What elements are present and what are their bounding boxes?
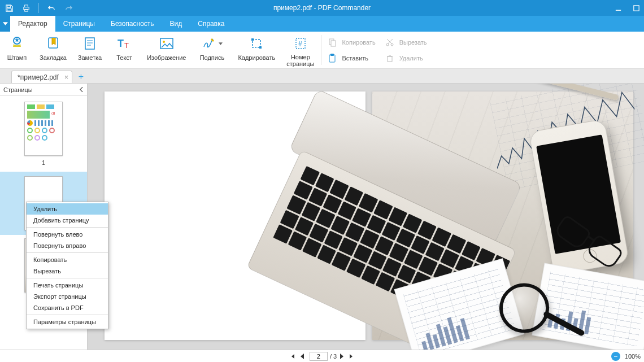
- svg-rect-1: [7, 8, 11, 11]
- document-tab-label: *пример2.pdf: [18, 73, 59, 81]
- ctx-page-settings[interactable]: Параметры страницы: [27, 316, 108, 328]
- save-icon[interactable]: [5, 3, 14, 12]
- maximize-icon[interactable]: [632, 3, 641, 12]
- tool-crop-label: Кадрировать: [238, 54, 275, 61]
- edit-copy[interactable]: Копировать: [327, 36, 375, 49]
- tool-signature[interactable]: Подпись: [192, 32, 232, 68]
- svg-rect-17: [253, 40, 260, 47]
- ctx-save-pdf[interactable]: Сохранить в PDF: [27, 302, 108, 313]
- title-bar: пример2.pdf - PDF Commander: [0, 0, 644, 16]
- bookmark-icon: [46, 35, 60, 52]
- menu-security[interactable]: Безопасность: [103, 16, 162, 32]
- tool-pagenumber[interactable]: # Номер страницы: [281, 32, 320, 68]
- ctx-cut[interactable]: Вырезать: [27, 265, 108, 277]
- tool-bookmark[interactable]: Закладка: [34, 32, 72, 68]
- tool-signature-label: Подпись: [200, 54, 225, 61]
- menu-bar: Редактор Страницы Безопасность Вид Справ…: [0, 16, 644, 32]
- svg-point-27: [391, 43, 393, 46]
- menu-help[interactable]: Справка: [190, 16, 232, 32]
- page-view-photo[interactable]: [372, 91, 633, 340]
- menu-view[interactable]: Вид: [162, 16, 190, 32]
- svg-text:#: #: [298, 40, 302, 48]
- tool-pagenumber-label: Номер страницы: [286, 54, 314, 67]
- page-total: / 3: [330, 353, 337, 360]
- zoom-level: 100%: [625, 353, 641, 360]
- ctx-print-page[interactable]: Печать страницы: [27, 280, 108, 291]
- context-menu: Удалить Добавить страницу Повернуть влев…: [26, 202, 108, 329]
- document-tabs: *пример2.pdf × +: [0, 69, 644, 84]
- svg-rect-0: [7, 5, 10, 7]
- print-icon[interactable]: [21, 3, 31, 12]
- cut-icon: [385, 37, 395, 47]
- pagenumber-icon: #: [294, 35, 307, 51]
- ctx-rotate-right[interactable]: Повернуть вправо: [27, 240, 108, 251]
- tool-note[interactable]: Заметка: [72, 32, 107, 68]
- svg-text:T: T: [118, 38, 124, 49]
- app-menu-dropdown[interactable]: [0, 16, 10, 32]
- page-number-input[interactable]: [310, 352, 328, 361]
- svg-rect-19: [259, 46, 262, 49]
- tool-image[interactable]: Изображение: [141, 32, 192, 68]
- edit-delete[interactable]: Удалить: [385, 51, 427, 65]
- close-tab-icon[interactable]: ×: [64, 73, 69, 81]
- ctx-delete[interactable]: Удалить: [27, 203, 108, 215]
- tool-stamp-label: Штамп: [7, 54, 27, 61]
- svg-point-16: [163, 41, 165, 43]
- svg-rect-3: [24, 5, 28, 7]
- delete-icon: [385, 53, 395, 63]
- tool-stamp[interactable]: Штамп: [0, 32, 34, 68]
- window-title: пример2.pdf - PDF Commander: [0, 4, 644, 12]
- svg-rect-6: [633, 5, 638, 10]
- tool-text[interactable]: TT Текст: [107, 32, 141, 68]
- tool-crop[interactable]: Кадрировать: [232, 32, 281, 68]
- collapse-sidebar-icon[interactable]: [80, 86, 84, 93]
- page-canvas[interactable]: [88, 84, 644, 350]
- page-thumbnail[interactable]: dl 1: [0, 102, 87, 166]
- tool-note-label: Заметка: [78, 54, 102, 61]
- svg-point-26: [386, 43, 389, 46]
- signature-icon: [202, 35, 223, 52]
- svg-rect-23: [331, 41, 336, 46]
- menu-pages[interactable]: Страницы: [55, 16, 103, 32]
- document-tab[interactable]: *пример2.pdf ×: [11, 71, 72, 83]
- paste-icon: [327, 53, 337, 63]
- add-tab-button[interactable]: +: [75, 71, 87, 83]
- copy-icon: [327, 37, 337, 47]
- sidebar-title: Страницы: [3, 86, 33, 93]
- tool-text-label: Текст: [116, 54, 132, 61]
- svg-rect-25: [330, 54, 334, 56]
- ctx-add-page[interactable]: Добавить страницу: [27, 215, 108, 226]
- ctx-rotate-left[interactable]: Повернуть влево: [27, 229, 108, 240]
- menu-editor[interactable]: Редактор: [10, 16, 55, 32]
- zoom-out-button[interactable]: −: [611, 352, 620, 361]
- tool-bookmark-label: Закладка: [40, 54, 67, 61]
- first-page-icon[interactable]: [287, 353, 297, 360]
- ctx-export-page[interactable]: Экспорт страницы: [27, 291, 108, 302]
- prev-page-icon[interactable]: [297, 353, 307, 360]
- workspace: Страницы dl 1 3: [0, 84, 644, 350]
- svg-rect-18: [251, 38, 254, 41]
- crop-icon: [250, 35, 263, 52]
- ctx-copy[interactable]: Копировать: [27, 254, 108, 265]
- svg-rect-9: [85, 38, 94, 49]
- page-navbar: / 3 − 100%: [0, 350, 644, 362]
- stamp-icon: [10, 35, 24, 52]
- undo-icon[interactable]: [47, 3, 56, 12]
- edit-cut[interactable]: Вырезать: [385, 36, 427, 49]
- image-icon: [159, 35, 174, 52]
- edit-paste[interactable]: Вставить: [327, 51, 375, 65]
- text-icon: TT: [116, 35, 132, 52]
- svg-text:T: T: [124, 41, 129, 50]
- ribbon-toolbar: Штамп Закладка Заметка TT Текст Изображе…: [0, 32, 644, 69]
- last-page-icon[interactable]: [347, 353, 357, 360]
- minimize-icon[interactable]: [613, 3, 623, 12]
- tool-image-label: Изображение: [147, 54, 186, 61]
- note-icon: [83, 35, 97, 52]
- redo-icon[interactable]: [64, 3, 73, 12]
- next-page-icon[interactable]: [337, 353, 347, 360]
- svg-rect-28: [388, 56, 392, 62]
